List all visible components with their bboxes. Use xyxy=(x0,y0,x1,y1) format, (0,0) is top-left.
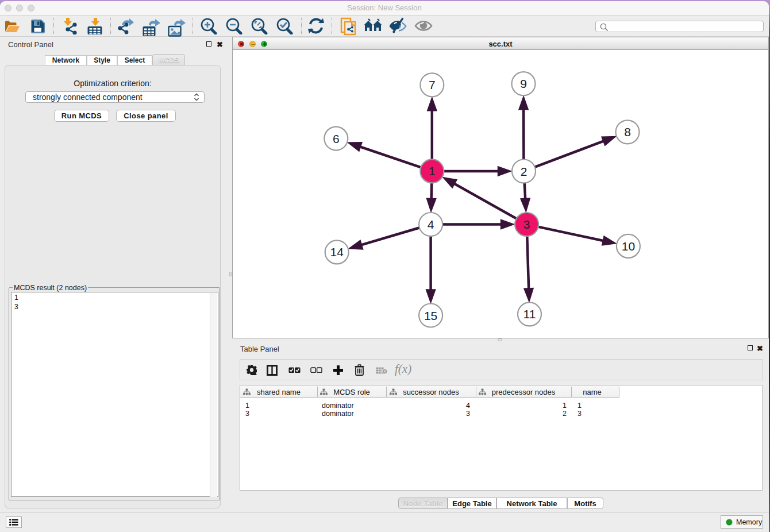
svg-text:11: 11 xyxy=(523,307,536,321)
svg-text:4: 4 xyxy=(428,218,434,231)
svg-text:3: 3 xyxy=(523,218,530,231)
svg-text:8: 8 xyxy=(624,125,631,138)
svg-text:9: 9 xyxy=(520,77,527,90)
svg-text:2: 2 xyxy=(521,165,528,178)
svg-text:6: 6 xyxy=(333,132,340,145)
svg-text:10: 10 xyxy=(622,240,635,253)
svg-text:1: 1 xyxy=(429,164,436,178)
svg-text:14: 14 xyxy=(330,245,344,259)
svg-text:7: 7 xyxy=(429,78,436,91)
svg-text:15: 15 xyxy=(424,309,437,322)
